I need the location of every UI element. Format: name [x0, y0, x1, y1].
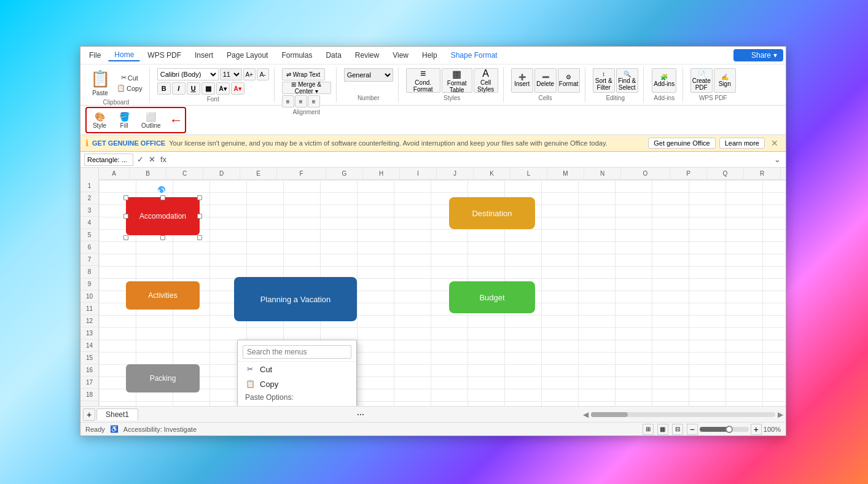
- align-left-button[interactable]: ≡: [282, 95, 294, 107]
- tab-shape-format[interactable]: Shape Format: [445, 50, 504, 61]
- alignment-label: Alignment: [292, 109, 319, 115]
- fx-icon[interactable]: fx: [159, 155, 168, 164]
- paste-icon: 📋: [90, 69, 110, 88]
- cancel-icon[interactable]: ✕: [147, 155, 157, 164]
- shape-packing[interactable]: Packing: [126, 364, 200, 392]
- sign-button[interactable]: ✍Sign: [714, 68, 736, 93]
- shape-destination[interactable]: Destination: [449, 197, 535, 229]
- shape-outline-button[interactable]: ⬜ Outline: [138, 110, 165, 130]
- col-q: Q: [707, 168, 744, 179]
- zoom-in-button[interactable]: +: [751, 424, 762, 435]
- paste-button[interactable]: 📋 Paste: [88, 68, 112, 98]
- zoom-out-button[interactable]: −: [687, 424, 698, 435]
- sort-filter-button[interactable]: ↕Sort & Filter: [593, 68, 615, 93]
- tab-data[interactable]: Data: [319, 50, 347, 61]
- tab-wps-pdf[interactable]: WPS PDF: [141, 50, 187, 61]
- formula-input[interactable]: [170, 154, 770, 166]
- context-menu: ✂ Cut 📋 Copy Paste Options: 📋 ✏: [237, 340, 357, 406]
- learn-more-button[interactable]: Learn more: [719, 138, 765, 149]
- context-menu-search[interactable]: [243, 345, 351, 359]
- zoom-slider[interactable]: [700, 427, 749, 432]
- border-button[interactable]: ▦: [201, 82, 215, 95]
- tab-help[interactable]: Help: [416, 50, 444, 61]
- handle-bc-accomodation[interactable]: [160, 235, 165, 240]
- shape-budget[interactable]: Budget: [449, 281, 535, 313]
- fill-color-button[interactable]: A▾: [216, 82, 230, 95]
- underline-button[interactable]: U: [187, 82, 200, 95]
- shape-activities[interactable]: Activities: [126, 281, 200, 310]
- font-family-select[interactable]: Calibri (Body): [157, 68, 219, 80]
- handle-br-accomodation[interactable]: [197, 235, 202, 240]
- italic-button[interactable]: I: [172, 82, 186, 95]
- handle-tc-accomodation[interactable]: [160, 195, 165, 200]
- handle-tl-accomodation[interactable]: [123, 195, 128, 200]
- copy-menu-item[interactable]: 📋 Copy: [238, 377, 356, 391]
- bold-button[interactable]: B: [157, 82, 171, 95]
- notification-close[interactable]: ✕: [768, 138, 781, 148]
- font-color-button[interactable]: A▾: [231, 82, 244, 95]
- tab-review[interactable]: Review: [349, 50, 385, 61]
- copy-button[interactable]: 📋 Copy: [115, 84, 144, 93]
- scroll-sheets-left[interactable]: ⋯: [356, 410, 366, 420]
- view-page-layout-button[interactable]: ▦: [657, 424, 668, 435]
- col-p: P: [670, 168, 707, 179]
- row-header-10: 10: [80, 291, 98, 303]
- format-button[interactable]: ⚙Format: [558, 68, 580, 93]
- number-format-select[interactable]: General: [344, 68, 393, 82]
- cell-styles-button[interactable]: ACell Styles: [474, 68, 498, 93]
- font-size-select[interactable]: 11: [220, 68, 242, 80]
- copy-icon: 📋: [117, 84, 125, 92]
- cut-menu-icon: ✂: [245, 364, 255, 374]
- cut-button[interactable]: ✂ Cut: [115, 73, 144, 82]
- increase-font-button[interactable]: A+: [243, 68, 256, 80]
- handle-tr-accomodation[interactable]: [197, 195, 202, 200]
- get-genuine-button[interactable]: Get genuine Office: [648, 138, 716, 149]
- tab-page-layout[interactable]: Page Layout: [221, 50, 274, 61]
- row-header-3: 3: [80, 205, 98, 217]
- paste-option-item[interactable]: 📋: [238, 404, 356, 406]
- view-page-break-button[interactable]: ⊟: [672, 424, 683, 435]
- handle-ml-accomodation[interactable]: [123, 214, 128, 219]
- shape-accomodation[interactable]: Accomodation: [126, 197, 200, 235]
- tab-insert[interactable]: Insert: [189, 50, 219, 61]
- cut-menu-item[interactable]: ✂ Cut: [238, 362, 356, 377]
- create-pdf-button[interactable]: 📄Create PDF: [690, 68, 713, 93]
- find-select-button[interactable]: 🔍Find & Select: [616, 68, 638, 93]
- col-headers: A B C D E F G H I J K L M N O P Q R S T: [99, 168, 786, 180]
- scroll-right-icon[interactable]: ▶: [778, 410, 783, 419]
- merge-center-button[interactable]: ⊞ Merge & Center ▾: [282, 82, 331, 94]
- name-box[interactable]: [84, 154, 133, 166]
- checkmark-icon[interactable]: ✓: [136, 155, 145, 164]
- conditional-formatting-button[interactable]: ≡Cond. Format: [406, 68, 440, 93]
- handle-mr-accomodation[interactable]: [197, 214, 202, 219]
- shape-vacation[interactable]: Planning a Vacation: [234, 277, 357, 321]
- scroll-left-icon[interactable]: ◀: [583, 410, 588, 419]
- addins-button[interactable]: 🧩Add-ins: [652, 68, 676, 93]
- align-center-button[interactable]: ≡: [295, 95, 307, 107]
- delete-button[interactable]: ➖Delete: [534, 68, 557, 93]
- expand-formula-icon[interactable]: ⌄: [773, 155, 782, 164]
- tab-home[interactable]: Home: [108, 49, 140, 61]
- handle-rotate-accomodation[interactable]: [158, 186, 165, 193]
- shape-style-button[interactable]: 🎨 Style: [88, 110, 111, 130]
- view-normal-button[interactable]: ⊞: [643, 424, 654, 435]
- zoom-thumb[interactable]: [725, 426, 733, 433]
- tab-view[interactable]: View: [386, 50, 415, 61]
- shape-fill-button[interactable]: 🪣 Fill: [113, 110, 135, 130]
- handle-bl-accomodation[interactable]: [123, 235, 128, 240]
- grid-area[interactable]: Accomodation Activities Packing Planning…: [99, 180, 786, 406]
- arrow-shape-format: ←: [170, 112, 183, 128]
- decrease-font-button[interactable]: A-: [257, 68, 269, 80]
- add-sheet-button[interactable]: +: [83, 408, 95, 421]
- number-label: Number: [358, 95, 380, 101]
- format-as-table-button[interactable]: ▦Format Table: [442, 68, 472, 93]
- fill-icon: 🪣: [117, 111, 131, 122]
- tab-file[interactable]: File: [83, 50, 107, 61]
- sheet-tab-1[interactable]: Sheet1: [96, 408, 138, 420]
- tab-formulas[interactable]: Formulas: [275, 50, 318, 61]
- align-right-button[interactable]: ≡: [308, 95, 320, 107]
- wrap-text-button[interactable]: ⇌ Wrap Text: [282, 68, 325, 80]
- share-button[interactable]: 👤 Share ▾: [733, 49, 783, 61]
- horizontal-scrollbar[interactable]: [591, 412, 628, 417]
- insert-button[interactable]: ➕Insert: [511, 68, 533, 93]
